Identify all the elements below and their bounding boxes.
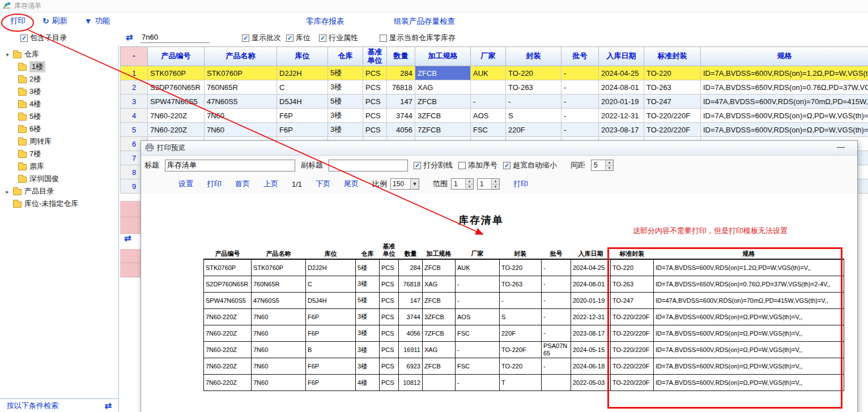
grid-cell[interactable]: S2DP760N65R — [148, 80, 205, 95]
grid-cell[interactable]: 2022-12-31 — [599, 109, 644, 123]
grid-cell[interactable]: XAG — [415, 80, 471, 95]
sidebar-item[interactable]: 4楼 — [0, 98, 118, 110]
grid-cell[interactable]: 760N65R — [205, 80, 277, 95]
grid-cell[interactable]: 3ZFCB — [415, 109, 471, 123]
column-header[interactable]: 库位 — [306, 242, 356, 259]
tree-root-unassigned[interactable]: 库位-未指定仓库 — [0, 198, 118, 210]
grid-cell[interactable]: 2024-08-01 — [599, 80, 644, 95]
print-button-2[interactable]: 打印 — [513, 179, 528, 189]
sidebar-item[interactable]: 票库 — [0, 160, 118, 173]
report-subtitle-input[interactable] — [329, 160, 408, 171]
grid-cell[interactable]: PCS — [363, 66, 387, 80]
row-number-cell[interactable]: 3 — [121, 95, 148, 109]
grid-cell[interactable]: 7N60 — [205, 109, 277, 123]
grid-cell[interactable]: SPW47N60S5 — [148, 95, 205, 109]
grid-cell[interactable]: 3楼 — [328, 123, 363, 137]
grid-cell[interactable]: 4056 — [387, 123, 415, 137]
column-header[interactable]: 标准封装 — [644, 47, 701, 66]
scale-select[interactable]: 150 ▼ — [390, 178, 419, 190]
grid-cell[interactable]: PCS — [363, 109, 387, 123]
column-header[interactable]: 产品名称 — [205, 47, 277, 66]
expand-icon[interactable]: ▸ — [5, 188, 10, 195]
grid-cell[interactable]: 2024-04-25 — [599, 66, 644, 80]
print-action-button[interactable]: 打印 — [207, 179, 222, 189]
grid-cell[interactable]: TO-263 — [644, 80, 701, 95]
search-input[interactable] — [141, 32, 210, 43]
column-header[interactable]: 厂家 — [456, 242, 500, 259]
column-header[interactable]: 产品编号 — [204, 242, 252, 259]
condition-search-label[interactable]: 按以下条件检索 — [7, 401, 58, 411]
sidebar-item[interactable]: 5楼 — [0, 110, 118, 123]
grid-cell[interactable]: 7N60 — [205, 123, 277, 137]
column-header[interactable]: 基准单位 — [363, 47, 387, 66]
column-header[interactable]: 封装 — [506, 47, 561, 66]
column-header[interactable]: 产品编号 — [148, 47, 205, 66]
grid-cell[interactable]: - — [561, 109, 599, 123]
row-number-cell[interactable]: 4 — [121, 109, 148, 123]
grid-cell[interactable]: 2020-01-19 — [599, 95, 644, 109]
zero-stock-report-link[interactable]: 零库存报表 — [306, 16, 344, 27]
grid-cell[interactable]: ZFCB — [415, 95, 471, 109]
grid-cell[interactable]: C — [277, 80, 328, 95]
column-header[interactable]: 厂家 — [471, 47, 506, 66]
spinner-buttons[interactable]: ▲▼ — [465, 179, 473, 189]
column-header[interactable]: 封装 — [500, 242, 542, 259]
collapse-icon[interactable]: ▾ — [5, 52, 10, 58]
grid-cell[interactable] — [471, 80, 506, 95]
grid-cell[interactable]: 5楼 — [328, 66, 363, 80]
grid-cell[interactable]: D5J4H — [277, 95, 328, 109]
grid-cell[interactable]: TO-220 — [644, 66, 701, 80]
column-header[interactable]: 基准单位 — [380, 242, 399, 259]
spinner-buttons[interactable]: ▲▼ — [491, 179, 499, 189]
checkbox-show-batch[interactable]: ✓ 显示批次 — [242, 33, 281, 43]
checkbox-auto-shrink[interactable]: ✓ 超宽自动缩小 — [503, 160, 557, 170]
assembly-check-link[interactable]: 组装产品存量检查 — [394, 16, 455, 27]
dialog-titlebar[interactable]: 打印预览 — — [141, 141, 857, 156]
grid-cell[interactable]: 3楼 — [328, 109, 363, 123]
column-header[interactable]: - — [121, 47, 148, 66]
grid-cell[interactable]: 2023-08-17 — [599, 123, 644, 137]
sidebar-item[interactable]: 2楼 — [0, 73, 118, 85]
checkbox-include-subdirs[interactable]: ✓ 包含子目录 — [20, 33, 67, 43]
sidebar-item[interactable]: 3楼 — [0, 85, 118, 98]
grid-cell[interactable]: FSC — [471, 123, 506, 137]
column-header[interactable]: 规格 — [701, 47, 868, 66]
prev-page-button[interactable]: 上页 — [263, 179, 278, 189]
grid-cell[interactable]: AOS — [471, 109, 506, 123]
grid-cell[interactable]: 7N60-220Z — [148, 109, 205, 123]
grid-cell[interactable]: - — [561, 123, 599, 137]
settings-button[interactable]: 设置 — [178, 179, 193, 189]
spinner-buttons[interactable]: ▲▼ — [605, 160, 613, 170]
row-number-cell[interactable]: 2 — [121, 80, 148, 95]
minimize-button[interactable]: — — [837, 142, 845, 151]
spacing-spinner[interactable]: 5 ▲▼ — [591, 160, 614, 171]
grid-cell[interactable]: F6P — [277, 123, 328, 137]
sidebar-item[interactable]: 6楼 — [0, 123, 118, 135]
checkbox-show-zero-stock[interactable]: 显示当前仓库零库存 — [380, 33, 456, 43]
sidebar-item[interactable]: 1楼 — [0, 61, 118, 73]
grid-cell[interactable]: PCS — [363, 95, 387, 109]
grid-cell[interactable]: 3楼 — [328, 80, 363, 95]
grid-cell[interactable]: PCS — [363, 80, 387, 95]
column-header[interactable]: 标准封装 — [611, 242, 654, 259]
tree-root-warehouse[interactable]: ▾ 仓库 — [0, 48, 118, 61]
grid-cell[interactable]: TO-220 — [506, 66, 561, 80]
column-header[interactable]: 加工规格 — [423, 242, 456, 259]
grid-cell[interactable]: F6P — [277, 109, 328, 123]
grid-cell[interactable]: PCS — [363, 123, 387, 137]
tree-root-product-catalog[interactable]: ▸ 产品目录 — [0, 185, 118, 198]
range-to-spinner[interactable]: 1 ▲▼ — [477, 178, 500, 190]
column-header[interactable]: 产品名称 — [252, 242, 306, 259]
grid-cell[interactable]: ID=47A,BVDSS=600V,RDS(on)=70mΩ,PD=415W,V… — [701, 95, 868, 109]
grid-cell[interactable]: ID=7A,BVDSS=600V,RDS(on)=1.2Ω,PD=W,VGS(t… — [701, 66, 868, 80]
print-button[interactable]: 打印 — [10, 16, 25, 26]
column-header[interactable]: 仓库 — [356, 242, 380, 259]
grid-cell[interactable]: ID=7A,BVDSS=600V,RDS(on)=Ω,PD=W,VGS(th)=… — [701, 123, 868, 137]
grid-cell[interactable]: 220F — [506, 123, 561, 137]
grid-cell[interactable]: S — [506, 109, 561, 123]
next-page-button[interactable]: 下页 — [316, 179, 330, 189]
sidebar-item[interactable]: 深圳国俊 — [0, 173, 118, 185]
range-from-spinner[interactable]: 1 ▲▼ — [451, 178, 474, 190]
grid-cell[interactable]: - — [561, 80, 599, 95]
grid-cell[interactable]: TO-263 — [506, 80, 561, 95]
